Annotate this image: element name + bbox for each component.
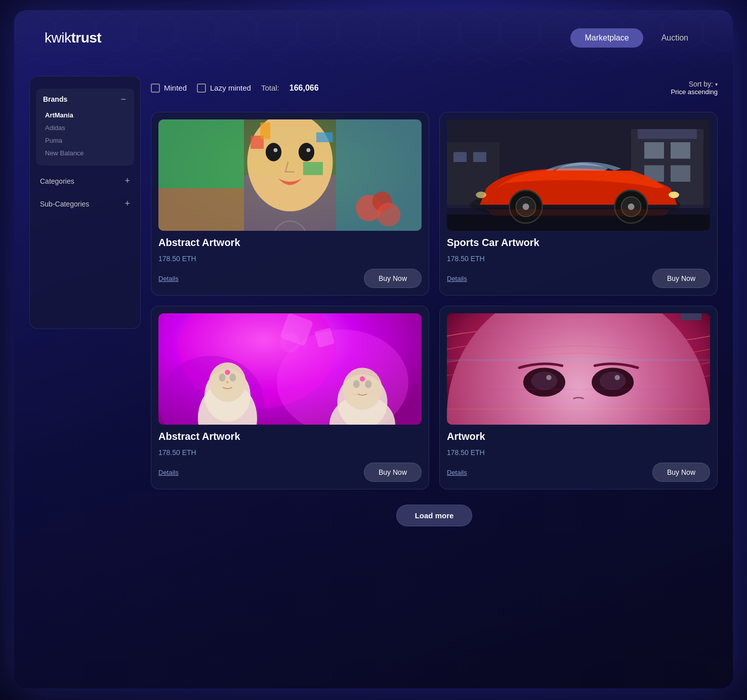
lazy-minted-filter[interactable]: Lazy minted — [197, 84, 251, 93]
logo-kwik: kwik — [45, 30, 71, 46]
sidebar-brand-new-balance[interactable]: New Balance — [43, 147, 127, 159]
nft-card-3[interactable]: Abstract Artwork 178.50 ETH Details Buy … — [151, 306, 429, 489]
main-nav: Marketplace Auction — [570, 28, 702, 48]
nft-title-4: Artwork — [447, 431, 710, 442]
svg-point-95 — [353, 380, 360, 388]
svg-point-108 — [615, 375, 620, 380]
nft-title-2: Sports Car Artwork — [447, 237, 710, 249]
svg-point-48 — [299, 143, 314, 161]
sidebar-brand-adidas[interactable]: Adidas — [43, 121, 127, 134]
svg-point-50 — [307, 148, 311, 152]
svg-rect-69 — [473, 152, 486, 162]
svg-point-90 — [226, 381, 229, 383]
svg-point-79 — [669, 192, 679, 198]
svg-rect-62 — [644, 142, 664, 159]
sidebar-categories[interactable]: Categories + — [30, 170, 140, 192]
sidebar-brand-artmania[interactable]: ArtMania — [43, 109, 127, 121]
filter-bar: Minted Lazy minted Total: 166,066 Sort b… — [151, 76, 718, 100]
buy-now-button-3[interactable]: Buy Now — [364, 463, 422, 482]
nft-footer-2: Details Buy Now — [447, 269, 710, 288]
sidebar-collapse-button[interactable]: − — [119, 95, 127, 104]
svg-rect-111 — [447, 408, 710, 410]
logo: kwiktrust — [45, 30, 101, 46]
sidebar-brands-title: Brands — [43, 95, 67, 103]
nft-footer-4: Details Buy Now — [447, 463, 710, 482]
nft-details-link-4[interactable]: Details — [447, 469, 467, 476]
svg-point-107 — [546, 375, 551, 380]
nft-footer-3: Details Buy Now — [158, 463, 422, 482]
buy-now-button-1[interactable]: Buy Now — [364, 269, 422, 288]
sidebar-categories-label: Categories — [40, 177, 74, 185]
sort-area: Sort by: ▾ Price ascending — [671, 80, 718, 96]
svg-rect-45 — [158, 188, 244, 231]
nft-image-4 — [447, 313, 710, 425]
svg-point-97 — [360, 376, 365, 381]
buy-now-button-2[interactable]: Buy Now — [652, 269, 710, 288]
nft-details-link-2[interactable]: Details — [447, 275, 467, 282]
svg-rect-65 — [671, 166, 690, 182]
svg-point-89 — [229, 374, 236, 382]
nft-details-link-3[interactable]: Details — [158, 469, 179, 476]
nft-image-2 — [447, 119, 710, 231]
nft-price-3: 178.50 ETH — [158, 448, 422, 457]
minted-filter[interactable]: Minted — [151, 84, 187, 93]
sort-dropdown-icon: ▾ — [715, 81, 718, 87]
svg-point-88 — [219, 374, 226, 382]
nft-details-link-1[interactable]: Details — [158, 275, 179, 282]
nav-marketplace[interactable]: Marketplace — [570, 28, 643, 48]
sidebar-brands-header: Brands − — [43, 95, 127, 104]
total-value: 166,066 — [289, 84, 319, 93]
svg-rect-54 — [303, 162, 323, 175]
svg-point-57 — [377, 203, 401, 227]
svg-point-75 — [523, 203, 529, 210]
sidebar-brand-puma[interactable]: Puma — [43, 134, 127, 147]
nft-price-4: 178.50 ETH — [447, 448, 710, 457]
lazy-minted-label: Lazy minted — [210, 84, 251, 92]
load-more-button[interactable]: Load more — [396, 505, 473, 526]
minted-label: Minted — [164, 84, 187, 92]
sort-by-label: Sort by: — [689, 80, 713, 88]
sidebar-brands-panel: Brands − ArtMania Adidas Puma New Balanc… — [36, 89, 134, 166]
nft-grid: Abstract Artwork 178.50 ETH Details Buy … — [151, 112, 718, 489]
nft-card-2[interactable]: Sports Car Artwork 178.50 ETH Details Bu… — [439, 112, 718, 296]
main-content: Minted Lazy minted Total: 166,066 Sort b… — [151, 76, 718, 547]
nft-image-3 — [158, 313, 422, 425]
sidebar-categories-plus-icon: + — [124, 176, 130, 186]
svg-point-100 — [280, 333, 300, 353]
svg-point-47 — [266, 143, 281, 161]
svg-rect-53 — [261, 122, 271, 139]
sidebar-sub-categories-plus-icon: + — [124, 198, 130, 209]
nft-image-1 — [158, 119, 422, 231]
nav-auction[interactable]: Auction — [647, 28, 702, 48]
nft-price-2: 178.50 ETH — [447, 255, 710, 263]
nft-card-1[interactable]: Abstract Artwork 178.50 ETH Details Buy … — [151, 112, 429, 296]
lazy-minted-checkbox[interactable] — [197, 84, 206, 93]
svg-point-78 — [628, 203, 635, 210]
svg-point-105 — [531, 372, 557, 390]
svg-point-94 — [343, 367, 382, 409]
svg-point-49 — [274, 148, 278, 152]
svg-point-102 — [447, 313, 710, 425]
sidebar: Brands − ArtMania Adidas Puma New Balanc… — [29, 76, 141, 329]
content-area: Brands − ArtMania Adidas Puma New Balanc… — [14, 66, 733, 577]
sidebar-sub-categories[interactable]: Sub-Categories + — [30, 192, 140, 215]
svg-rect-63 — [671, 142, 690, 159]
sort-current-value: Price ascending — [671, 88, 718, 96]
svg-rect-52 — [316, 133, 333, 143]
buy-now-button-4[interactable]: Buy Now — [652, 463, 710, 482]
load-more-area: Load more — [151, 505, 718, 547]
total-label: Total: — [261, 84, 279, 92]
svg-rect-112 — [681, 313, 702, 320]
nft-price-1: 178.50 ETH — [158, 255, 422, 263]
svg-point-91 — [225, 369, 230, 375]
sidebar-sub-categories-label: Sub-Categories — [40, 200, 89, 208]
minted-checkbox[interactable] — [151, 84, 160, 93]
svg-rect-110 — [447, 389, 710, 390]
nft-title-3: Abstract Artwork — [158, 431, 422, 442]
svg-rect-66 — [638, 129, 697, 139]
nft-title-1: Abstract Artwork — [158, 237, 422, 249]
sort-by-dropdown[interactable]: Sort by: ▾ — [689, 80, 718, 88]
nft-card-4[interactable]: Artwork 178.50 ETH Details Buy Now — [439, 306, 718, 489]
svg-point-96 — [365, 380, 371, 388]
svg-rect-109 — [447, 359, 710, 361]
